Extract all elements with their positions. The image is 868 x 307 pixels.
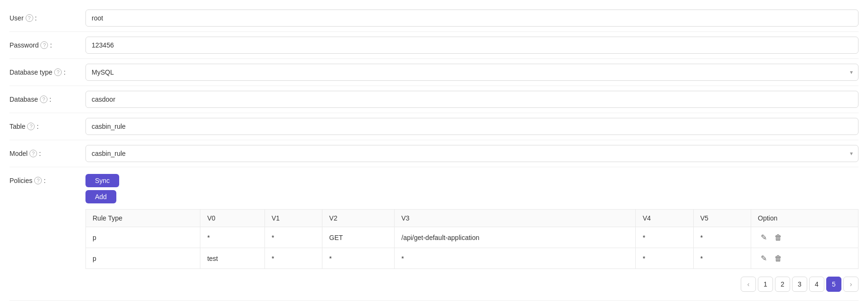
page-3-button[interactable]: 3 [792, 277, 807, 292]
database-label: Database ? : [9, 96, 85, 103]
policies-section: Sync Add Rule Type V0 V1 V2 V3 V4 V5 Opt… [85, 174, 859, 296]
model-help-icon[interactable]: ? [29, 150, 37, 157]
col-v0: V0 [200, 210, 265, 227]
page-2-button[interactable]: 2 [775, 277, 790, 292]
user-label: User ? : [9, 14, 85, 22]
option-cell: ✎ 🗑 [751, 248, 859, 269]
page-4-button[interactable]: 4 [809, 277, 824, 292]
col-rule-type: Rule Type [86, 210, 200, 227]
model-label: Model ? : [9, 150, 85, 157]
user-help-icon[interactable]: ? [26, 14, 33, 22]
edit-button[interactable]: ✎ [758, 253, 770, 264]
policies-buttons: Sync Add [85, 174, 859, 203]
user-row: User ? : [9, 5, 859, 32]
page-1-button[interactable]: 1 [758, 277, 773, 292]
database-type-label: Database type ? : [9, 68, 85, 76]
user-input[interactable] [85, 10, 859, 27]
password-label: Password ? : [9, 41, 85, 49]
col-v1: V1 [265, 210, 322, 227]
model-select[interactable]: casbin_rule [85, 145, 859, 162]
page-5-button[interactable]: 5 [826, 277, 841, 292]
table-header-row: Rule Type V0 V1 V2 V3 V4 V5 Option [86, 210, 859, 227]
option-cell: ✎ 🗑 [751, 227, 859, 248]
prev-page-button[interactable]: ‹ [741, 277, 756, 292]
database-type-row: Database type ? : MySQL PostgreSQL SQLit… [9, 59, 859, 86]
edit-button[interactable]: ✎ [758, 232, 770, 243]
policies-table: Rule Type V0 V1 V2 V3 V4 V5 Option p**GE… [85, 209, 859, 269]
col-v3: V3 [395, 210, 636, 227]
password-row: Password ? : [9, 32, 859, 59]
table-row-field: Table ? : [9, 113, 859, 140]
table-input[interactable] [85, 118, 859, 135]
form-container: User ? : Password ? : Database type ? : … [0, 0, 868, 306]
table-row: p**GET/api/get-default-application** ✎ 🗑 [86, 227, 859, 248]
database-row: Database ? : [9, 86, 859, 113]
col-option: Option [751, 210, 859, 227]
sync-button[interactable]: Sync [85, 174, 119, 187]
policies-label: Policies ? : [9, 177, 85, 184]
password-help-icon[interactable]: ? [40, 41, 48, 49]
delete-button[interactable]: 🗑 [772, 253, 785, 264]
database-type-select-wrapper: MySQL PostgreSQL SQLite SQLServer Oracle… [85, 64, 859, 81]
password-input[interactable] [85, 37, 859, 54]
add-button[interactable]: Add [85, 190, 116, 203]
col-v5: V5 [693, 210, 751, 227]
table-help-icon[interactable]: ? [27, 123, 35, 130]
policies-row: Policies ? : Sync Add Rule Type V0 V1 V2… [9, 167, 859, 301]
table-label: Table ? : [9, 123, 85, 130]
database-input[interactable] [85, 91, 859, 108]
col-v4: V4 [636, 210, 693, 227]
delete-button[interactable]: 🗑 [772, 232, 785, 243]
next-page-button[interactable]: › [843, 277, 859, 292]
database-type-select[interactable]: MySQL PostgreSQL SQLite SQLServer Oracle [85, 64, 859, 81]
pagination: ‹ 1 2 3 4 5 › [85, 269, 859, 296]
table-row: ptest***** ✎ 🗑 [86, 248, 859, 269]
col-v2: V2 [322, 210, 395, 227]
model-select-wrapper: casbin_rule ▾ [85, 145, 859, 162]
model-row: Model ? : casbin_rule ▾ [9, 140, 859, 167]
policies-help-icon[interactable]: ? [34, 177, 42, 184]
database-type-help-icon[interactable]: ? [54, 68, 62, 76]
database-help-icon[interactable]: ? [40, 96, 47, 103]
